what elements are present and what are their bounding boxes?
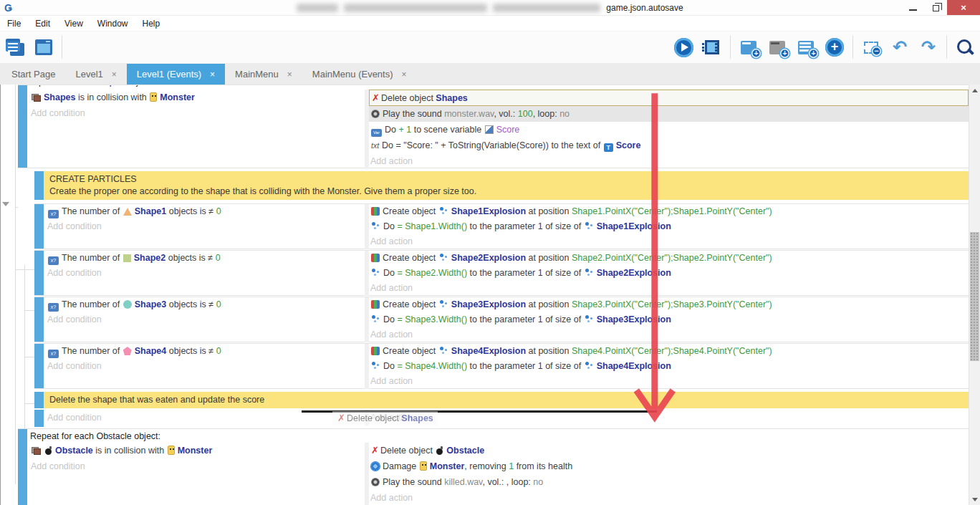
add-condition-button[interactable]: Add condition — [46, 312, 365, 327]
tab-mainmenu-events-[interactable]: MainMenu (Events)× — [302, 64, 417, 85]
add-event-icon[interactable]: + — [738, 37, 759, 58]
event-text: = Shape4.Width() — [397, 361, 467, 371]
event-text: Shape1Explosion — [451, 206, 526, 216]
condition-row[interactable]: The number of Shape1 objects is ≠ 0 — [46, 204, 365, 219]
event[interactable]: The number of Shape3 objects is ≠ 0Add c… — [34, 297, 969, 342]
sound-icon — [371, 478, 380, 486]
minimize-button[interactable] — [901, 0, 924, 15]
event-text: = Shape2.Width() — [397, 268, 467, 278]
add-action-button[interactable]: Add action — [369, 234, 969, 249]
add-action-button[interactable]: Add action — [369, 374, 969, 389]
action-row[interactable]: Create object Shape1Explosion at positio… — [369, 204, 969, 219]
action-row[interactable]: Create object Shape4Explosion at positio… — [369, 344, 969, 359]
menu-view[interactable]: View — [63, 17, 90, 30]
event[interactable]: Repeat for each Shapes object:Shapes is … — [18, 85, 969, 168]
action-row[interactable]: Do = Shape4.Width() to the parameter 1 o… — [369, 359, 969, 374]
particle-icon — [371, 315, 380, 324]
action-row[interactable]: Play the sound monster.wav, vol.: 100, l… — [369, 106, 969, 122]
scrollbar-thumb[interactable] — [970, 232, 979, 361]
menu-edit[interactable]: Edit — [34, 17, 57, 30]
add-condition-button[interactable]: Add condition — [46, 219, 365, 234]
event[interactable]: The number of Shape4 objects is ≠ 0Add c… — [34, 343, 969, 389]
action-row[interactable]: Do + 1 to scene variable Score — [369, 122, 969, 138]
shape2-icon — [123, 254, 131, 262]
event-text: Score — [616, 140, 641, 150]
action-row[interactable]: Create object Shape2Explosion at positio… — [369, 251, 969, 266]
condition-row[interactable]: The number of Shape2 objects is ≠ 0 — [46, 251, 365, 266]
add-action-button[interactable]: Add action — [369, 153, 969, 169]
tab-mainmenu[interactable]: MainMenu× — [225, 64, 302, 85]
tab-close-icon[interactable]: × — [287, 69, 292, 80]
action-row[interactable]: Delete object Obstacle — [369, 443, 969, 458]
add-condition-button[interactable]: Add condition — [46, 359, 365, 374]
tree-line — [24, 357, 34, 357]
action-row[interactable]: Play the sound killed.wav, vol.: , loop:… — [369, 474, 969, 490]
event-text: objects is — [165, 253, 208, 263]
foreach-header[interactable]: Repeat for each Obstacle object: — [27, 429, 969, 443]
add-condition-button[interactable]: Add condition — [29, 105, 365, 121]
scroll-up-icon[interactable] — [972, 89, 978, 92]
search-icon[interactable] — [954, 37, 976, 58]
create-icon — [371, 207, 380, 216]
tab-close-icon[interactable]: × — [112, 69, 117, 80]
event-indent-bar — [34, 251, 44, 295]
menu-window[interactable]: Window — [96, 17, 135, 30]
comment-text[interactable]: Delete the shape that was eaten and upda… — [44, 392, 969, 408]
event[interactable]: The number of Shape2 objects is ≠ 0Add c… — [34, 250, 969, 296]
comment-event[interactable]: CREATE PARTICLESCreate the proper one ac… — [34, 171, 969, 200]
menu-help[interactable]: Help — [141, 17, 168, 30]
event-text: killed.wav — [444, 477, 482, 487]
open-project-icon[interactable] — [4, 37, 26, 58]
tab-close-icon[interactable]: × — [210, 69, 215, 80]
action-row[interactable]: Damage Monster, removing 1 from its heal… — [369, 458, 969, 474]
collapse-arrow-icon[interactable] — [2, 202, 9, 206]
tab-close-icon[interactable]: × — [402, 69, 407, 80]
particle-icon — [371, 362, 380, 370]
event-text: Create object — [383, 206, 438, 216]
event-text: Monster — [160, 92, 195, 102]
comment-event[interactable]: Delete the shape that was eaten and upda… — [34, 392, 969, 408]
drop-target-row[interactable]: Add conditionAdd actionDelete object Sha… — [34, 410, 969, 427]
count-icon — [48, 350, 59, 358]
add-comment-icon[interactable]: + — [795, 37, 817, 58]
scroll-down-icon[interactable] — [972, 498, 978, 501]
scene-editor-icon[interactable] — [33, 37, 54, 58]
action-row[interactable]: Create object Shape3Explosion at positio… — [369, 297, 969, 312]
comment-text[interactable]: CREATE PARTICLESCreate the proper one ac… — [44, 171, 969, 200]
action-row[interactable]: Do = Shape1.Width() to the parameter 1 o… — [369, 219, 969, 234]
event-text: Shape1Explosion — [597, 221, 671, 231]
toolbar-separator — [62, 36, 62, 59]
add-circle-icon[interactable]: + — [824, 37, 845, 58]
restore-button[interactable] — [924, 0, 947, 15]
vertical-scrollbar[interactable] — [969, 85, 980, 505]
condition-row[interactable]: The number of Shape4 objects is ≠ 0 — [46, 344, 365, 359]
add-condition-button[interactable]: Add condition — [29, 458, 365, 474]
redo-icon[interactable]: ↷ — [918, 37, 939, 58]
add-action-button[interactable]: Add action — [369, 490, 969, 505]
close-button[interactable]: × — [947, 0, 980, 15]
play-icon[interactable] — [673, 37, 694, 58]
event-indent-bar — [34, 410, 44, 427]
add-action-button[interactable]: Add action — [369, 327, 969, 342]
action-row[interactable]: Do = "Score: " + ToString(Variable(Score… — [369, 138, 969, 153]
add-subevent-icon[interactable]: + — [767, 37, 788, 58]
action-row[interactable]: Delete object Shapes — [369, 90, 969, 106]
action-row[interactable]: Do = Shape3.Width() to the parameter 1 o… — [369, 312, 969, 327]
condition-row[interactable]: Obstacle is in collision with Monster — [29, 443, 365, 458]
event-indent-bar — [34, 171, 44, 200]
drag-ghost-action: Delete object Shapes — [332, 411, 438, 425]
tab-start-page[interactable]: Start Page — [1, 64, 65, 85]
deselect-icon[interactable]: − — [860, 37, 882, 58]
event[interactable]: Repeat for each Obstacle object:Obstacle… — [18, 428, 969, 505]
add-condition-button[interactable]: Add condition — [46, 266, 365, 281]
tab-level1-events-[interactable]: Level1 (Events)× — [127, 64, 225, 85]
condition-row[interactable]: The number of Shape3 objects is ≠ 0 — [46, 297, 365, 312]
add-action-button[interactable]: Add action — [369, 281, 969, 296]
undo-icon[interactable]: ↶ — [889, 37, 911, 58]
menu-file[interactable]: File — [6, 17, 28, 30]
action-row[interactable]: Do = Shape2.Width() to the parameter 1 o… — [369, 266, 969, 281]
debug-icon[interactable] — [701, 37, 723, 58]
condition-row[interactable]: Shapes is in collision with Monster — [29, 90, 365, 105]
tab-level1[interactable]: Level1× — [65, 64, 126, 85]
event[interactable]: The number of Shape1 objects is ≠ 0Add c… — [34, 203, 969, 249]
